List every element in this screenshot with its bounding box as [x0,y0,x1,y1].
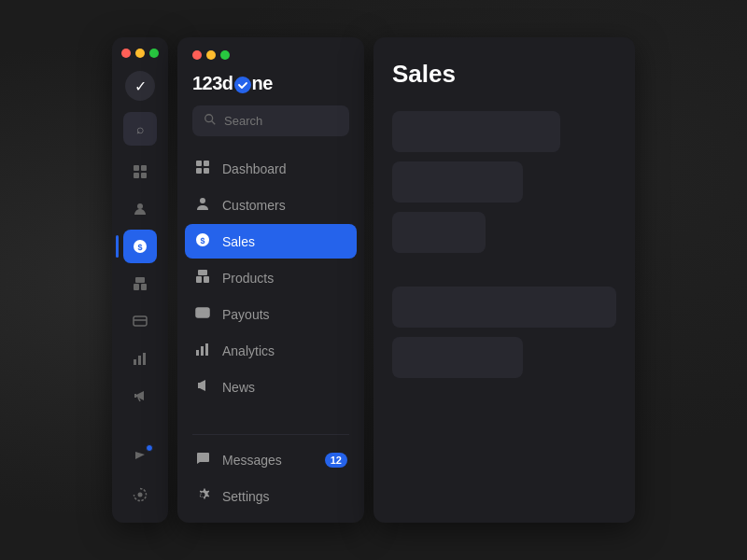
svg-rect-28 [196,308,209,317]
svg-rect-13 [138,356,141,365]
content-block-1 [392,111,560,152]
messages-badge: 12 [325,453,347,468]
megaphone-icon [133,388,148,403]
svg-rect-31 [201,346,204,356]
check-icon: ✓ [134,77,147,95]
main-tl-yellow[interactable] [206,50,216,60]
content-blocks [392,111,616,378]
app-title: 123dne [192,73,349,94]
search-input[interactable] [224,114,338,128]
main-tl-red[interactable] [192,50,202,60]
products-icon [133,276,148,291]
chart-icon [133,351,148,366]
nav-item-payouts[interactable]: Payouts [185,297,357,331]
app-title-suffix: ne [252,73,273,93]
nav-label-analytics: Analytics [222,343,275,358]
mini-logo: ✓ [125,71,155,101]
nav-label-messages: Messages [222,453,282,468]
nav-item-products[interactable]: Products [185,260,357,295]
chart-bar-icon [194,342,211,359]
scene: ✓ ⌕ $ [112,37,635,523]
dollar-circle-icon: $ [133,239,148,254]
svg-rect-21 [204,168,209,174]
grid-icon [133,164,148,179]
svg-point-4 [137,203,143,209]
nav-item-news[interactable]: News [185,370,357,404]
svg-rect-3 [141,173,147,178]
svg-line-17 [212,121,216,125]
svg-rect-25 [196,276,202,283]
nav-label-news: News [222,380,255,395]
nav-label-settings: Settings [222,489,270,504]
card-icon [194,305,211,323]
nav-label-dashboard: Dashboard [222,161,287,176]
nav-list: Dashboard Customers $ Sal [177,151,364,427]
main-sidebar: 123dne [177,37,364,523]
svg-rect-0 [134,165,139,171]
svg-rect-2 [134,173,139,178]
svg-text:$: $ [137,243,142,252]
main-sidebar-header: 123dne [177,37,364,105]
mini-nav-sales[interactable]: $ [123,230,157,263]
main-tl-green[interactable] [220,50,230,60]
app-logo-check [234,77,251,93]
mini-nav-customers[interactable] [123,192,157,226]
nav-label-sales: Sales [222,234,255,249]
svg-rect-12 [134,359,136,365]
svg-text:$: $ [200,236,204,245]
nav-item-messages[interactable]: Messages 12 [185,442,357,477]
svg-rect-27 [198,270,207,275]
svg-rect-1 [141,165,147,171]
gear-icon-mini [133,487,148,502]
nav-item-analytics[interactable]: Analytics [185,333,357,368]
nav-label-customers: Customers [222,198,286,213]
mini-nav-analytics[interactable] [123,342,157,375]
nav-item-dashboard[interactable]: Dashboard [185,151,357,186]
mini-nav-payouts[interactable] [123,304,157,338]
nav-item-settings[interactable]: Settings [185,479,357,513]
svg-point-16 [205,115,213,122]
mini-nav-settings[interactable] [123,478,157,511]
user-icon [194,196,211,214]
search-icon: ⌕ [136,121,144,136]
traffic-light-green[interactable] [149,49,159,58]
svg-rect-9 [135,277,145,283]
products-icon [194,269,211,287]
mini-traffic-lights [112,49,159,58]
traffic-light-red[interactable] [121,49,131,58]
nav-label-payouts: Payouts [222,307,270,322]
flag-icon [133,450,148,465]
gear-icon [194,487,211,505]
svg-rect-8 [141,284,147,290]
traffic-light-yellow[interactable] [135,49,145,58]
svg-rect-30 [196,350,199,356]
flag-badge-dot [146,444,153,452]
nav-item-customers[interactable]: Customers [185,188,357,222]
mini-nav-news[interactable] [123,379,157,413]
content-block-5 [392,337,523,378]
mini-nav-products[interactable] [123,267,157,301]
grid-icon [194,160,211,177]
svg-marker-33 [198,380,205,391]
search-icon [204,113,217,129]
dollar-circle-icon: $ [194,232,211,250]
megaphone-icon [194,378,211,396]
content-title: Sales [392,60,616,89]
search-bar[interactable] [192,105,349,136]
mini-search-button[interactable]: ⌕ [123,112,157,146]
nav-bottom-list: Messages 12 Settings [177,442,364,523]
card-icon [133,314,148,329]
svg-rect-7 [134,284,139,290]
mini-nav-flag[interactable] [123,441,157,474]
svg-rect-32 [205,343,208,356]
nav-item-sales[interactable]: $ Sales [185,224,357,259]
svg-rect-14 [143,353,146,365]
svg-point-22 [200,198,205,203]
main-traffic-lights [192,50,349,60]
content-block-2 [392,161,523,203]
user-icon [133,202,148,217]
message-icon [194,451,211,469]
svg-rect-10 [134,316,147,326]
mini-nav-dashboard[interactable] [123,155,157,189]
mini-sidebar: ✓ ⌕ $ [112,37,168,523]
